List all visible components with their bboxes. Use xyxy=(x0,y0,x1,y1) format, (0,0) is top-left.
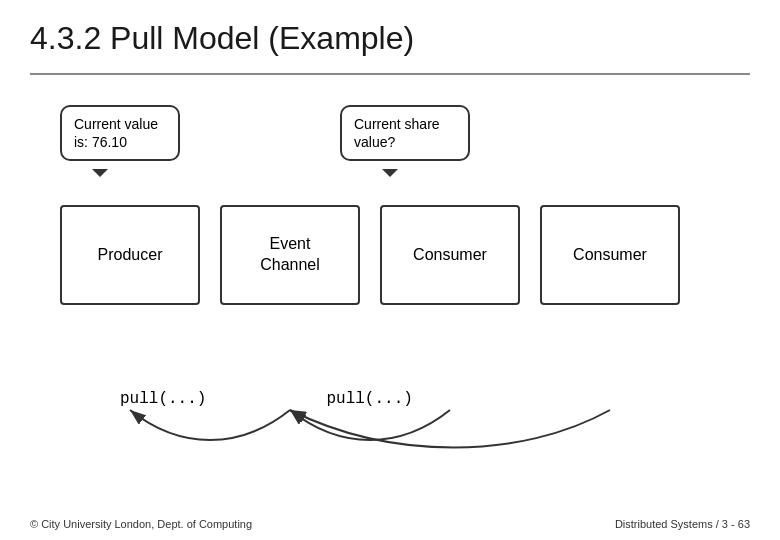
footer-copyright: © City University London, Dept. of Compu… xyxy=(30,518,252,530)
diagram-area: Current value is: 76.10 Current share va… xyxy=(30,95,750,520)
pull-labels-row: pull(...) pull(...) xyxy=(60,390,413,408)
bubble-current-share: Current share value? xyxy=(340,105,470,161)
footer: © City University London, Dept. of Compu… xyxy=(30,518,750,530)
pull-label-1: pull(...) xyxy=(120,390,206,408)
arrows-svg xyxy=(60,200,740,400)
pull-label-2: pull(...) xyxy=(326,390,412,408)
slide-title: 4.3.2 Pull Model (Example) xyxy=(30,20,750,67)
title-divider xyxy=(30,73,750,75)
footer-page: Distributed Systems / 3 - 63 xyxy=(615,518,750,530)
bubble-current-value: Current value is: 76.10 xyxy=(60,105,180,161)
slide-container: 4.3.2 Pull Model (Example) Current value… xyxy=(0,0,780,540)
